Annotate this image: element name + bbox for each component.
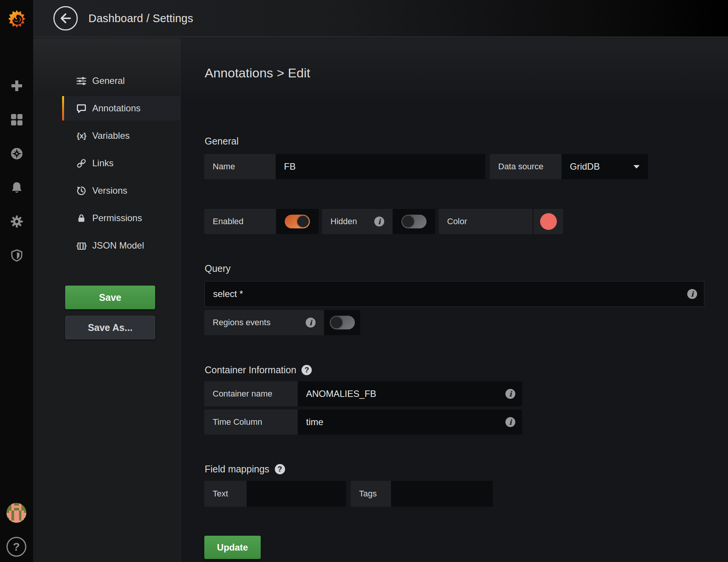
text-mapping-input[interactable] — [255, 488, 338, 499]
tags-mapping-field — [391, 481, 493, 507]
container-name-row: Container name i — [204, 381, 522, 406]
arrow-left-icon — [59, 11, 72, 25]
enabled-group: Enabled — [204, 209, 319, 234]
time-column-row: Time Column i — [204, 409, 522, 435]
settings-tab-label: Annotations — [92, 103, 141, 114]
time-column-label: Time Column — [204, 409, 298, 435]
settings-tab-json-model[interactable]: {[]} JSON Model — [62, 233, 181, 258]
name-input[interactable] — [284, 161, 477, 172]
history-icon — [76, 186, 87, 196]
color-group: Color — [439, 209, 563, 234]
toggles-row: Enabled Hidden i Color — [204, 209, 563, 234]
sliders-icon — [76, 76, 87, 86]
settings-section-nav: General Annotations {x} Variables Links — [33, 38, 181, 562]
settings-tab-links[interactable]: Links — [62, 151, 181, 175]
avatar-identicon — [6, 503, 26, 523]
enabled-toggle[interactable] — [285, 215, 310, 228]
save-as-button[interactable]: Save As... — [65, 316, 155, 339]
settings-tab-variables[interactable]: {x} Variables — [62, 124, 181, 148]
query-field: i — [204, 281, 704, 307]
dashboards-button[interactable] — [10, 113, 23, 126]
create-plus-button[interactable] — [10, 79, 23, 92]
settings-tab-general[interactable]: General — [62, 69, 181, 93]
toggle-knob — [297, 216, 309, 227]
settings-tab-label: General — [92, 75, 125, 86]
bell-icon — [10, 181, 23, 194]
enabled-toggle-box — [276, 209, 319, 234]
datasource-group: Data source GridDB — [490, 154, 648, 179]
name-datasource-row: Name Data source GridDB — [204, 154, 648, 179]
save-button[interactable]: Save — [65, 286, 155, 309]
chevron-down-icon — [633, 165, 640, 169]
toggle-knob — [331, 317, 342, 328]
text-mapping-field — [247, 481, 346, 507]
color-swatch-box — [534, 209, 563, 234]
tags-mapping-label: Tags — [351, 481, 391, 507]
field-mappings-section-title: Field mappings ? — [205, 464, 285, 475]
user-avatar[interactable] — [6, 503, 26, 523]
container-name-group: Container name i — [204, 381, 522, 406]
tags-mapping-group: Tags — [351, 481, 493, 507]
text-mapping-label: Text — [204, 481, 247, 507]
help-glyph: ? — [13, 540, 20, 553]
explore-compass-icon — [10, 147, 23, 161]
name-label: Name — [204, 154, 276, 179]
hidden-toggle-box — [393, 209, 435, 234]
hidden-group: Hidden i — [322, 209, 435, 234]
plus-icon — [10, 79, 23, 92]
topbar: Dashboard / Settings — [33, 0, 728, 37]
general-section-title: General — [205, 136, 239, 147]
info-icon[interactable]: i — [505, 417, 515, 427]
color-swatch[interactable] — [540, 213, 557, 230]
gear-icon — [10, 215, 23, 228]
regions-events-row: Regions events i — [204, 310, 360, 335]
settings-tab-annotations[interactable]: Annotations — [62, 96, 181, 120]
container-name-field: i — [298, 381, 522, 406]
container-name-input[interactable] — [306, 389, 499, 399]
regions-events-toggle[interactable] — [330, 316, 355, 329]
explore-button[interactable] — [10, 147, 23, 160]
settings-tab-label: Links — [92, 158, 114, 169]
name-field-group: Name — [204, 154, 485, 179]
hidden-toggle[interactable] — [401, 215, 427, 228]
time-column-field: i — [298, 409, 522, 435]
regions-events-group: Regions events i — [204, 310, 360, 335]
alerting-button[interactable] — [10, 181, 23, 194]
hidden-label-box: Hidden i — [322, 209, 393, 234]
enabled-label: Enabled — [204, 209, 276, 234]
back-button[interactable] — [53, 6, 78, 31]
text-mapping-group: Text — [204, 481, 346, 507]
grafana-logo[interactable] — [0, 5, 33, 34]
main-content: Annotations > Edit General Name Data sou… — [181, 38, 728, 562]
configuration-button[interactable] — [10, 215, 23, 228]
json-braces-icon: {[]} — [76, 241, 87, 251]
settings-tab-label: Versions — [92, 185, 127, 196]
tags-mapping-input[interactable] — [399, 488, 484, 499]
query-input[interactable] — [213, 289, 696, 299]
lock-icon — [76, 213, 87, 223]
regions-events-label: Regions events — [213, 318, 271, 328]
grafana-app: ? Dashboard / Settings General — [0, 0, 728, 562]
help-button[interactable]: ? — [6, 537, 26, 557]
settings-tab-label: JSON Model — [92, 240, 144, 251]
info-icon[interactable]: i — [306, 318, 316, 328]
help-circle-icon[interactable]: ? — [301, 365, 312, 375]
settings-menu: General Annotations {x} Variables Links — [62, 69, 181, 261]
settings-tab-label: Permissions — [92, 213, 142, 223]
settings-tab-permissions[interactable]: Permissions — [62, 206, 181, 230]
settings-tab-versions[interactable]: Versions — [62, 178, 181, 203]
update-button[interactable]: Update — [204, 536, 261, 559]
server-admin-button[interactable] — [10, 249, 23, 262]
dashboards-grid-icon — [10, 113, 23, 126]
help-circle-icon[interactable]: ? — [275, 464, 285, 474]
datasource-value: GridDB — [570, 161, 600, 172]
shield-icon — [10, 249, 23, 262]
container-name-label: Container name — [204, 381, 298, 406]
info-icon[interactable]: i — [687, 289, 697, 299]
info-icon[interactable]: i — [374, 217, 384, 226]
query-section-title: Query — [205, 263, 231, 274]
datasource-select[interactable]: GridDB — [561, 154, 648, 179]
time-column-input[interactable] — [306, 417, 499, 427]
toggle-knob — [402, 216, 414, 227]
info-icon[interactable]: i — [505, 389, 515, 399]
